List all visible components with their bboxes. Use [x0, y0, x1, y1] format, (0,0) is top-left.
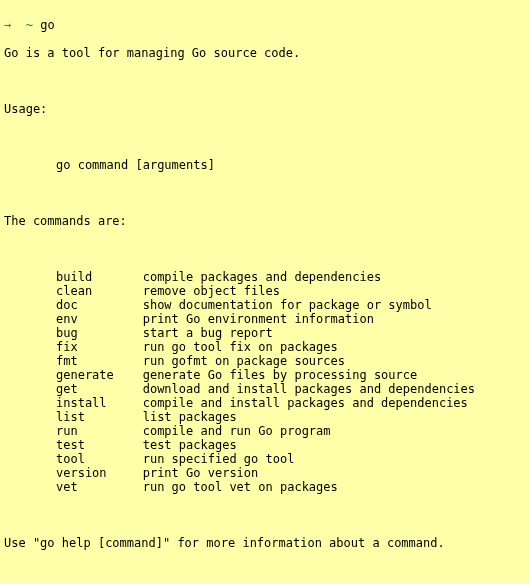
terminal-output: → ~ go Go is a tool for managing Go sour…: [0, 0, 529, 584]
help-command-line: Use "go help [command]" for more informa…: [0, 536, 529, 550]
usage-line: go command [arguments]: [0, 158, 529, 172]
command-row: install compile and install packages and…: [0, 396, 529, 410]
prompt-arrow-icon: →: [4, 18, 11, 32]
command-row: list list packages: [0, 410, 529, 424]
command-row: build compile packages and dependencies: [0, 270, 529, 284]
command-row: clean remove object files: [0, 284, 529, 298]
commands-list: build compile packages and dependenciesc…: [0, 270, 529, 494]
commands-label: The commands are:: [0, 214, 529, 228]
blank: [0, 242, 529, 256]
usage-label: Usage:: [0, 102, 529, 116]
command-row: version print Go version: [0, 466, 529, 480]
blank: [0, 74, 529, 88]
command-row: vet run go tool vet on packages: [0, 480, 529, 494]
command-row: run compile and run Go program: [0, 424, 529, 438]
command-row: get download and install packages and de…: [0, 382, 529, 396]
command-row: bug start a bug report: [0, 326, 529, 340]
blank: [0, 508, 529, 522]
blank: [0, 186, 529, 200]
prompt-cwd: ~: [26, 18, 33, 32]
command-row: tool run specified go tool: [0, 452, 529, 466]
command-row: generate generate Go files by processing…: [0, 368, 529, 382]
typed-command: go: [40, 18, 54, 32]
command-row: doc show documentation for package or sy…: [0, 298, 529, 312]
command-row: env print Go environment information: [0, 312, 529, 326]
command-row: fix run go tool fix on packages: [0, 340, 529, 354]
blank: [0, 564, 529, 578]
blank: [0, 130, 529, 144]
prompt-line[interactable]: → ~ go: [0, 18, 529, 32]
intro-line: Go is a tool for managing Go source code…: [0, 46, 529, 60]
command-row: test test packages: [0, 438, 529, 452]
command-row: fmt run gofmt on package sources: [0, 354, 529, 368]
